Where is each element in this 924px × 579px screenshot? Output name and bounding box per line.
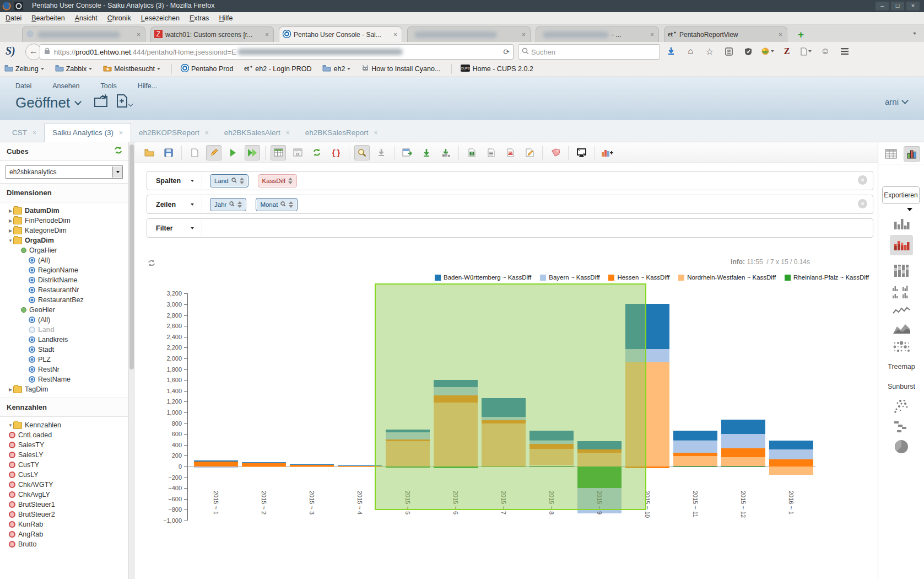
- render-chart-toggle[interactable]: [904, 146, 920, 162]
- chip-kassdiff[interactable]: KassDiff: [258, 174, 298, 187]
- chart-type-cluster-icon[interactable]: [890, 397, 913, 417]
- tab-close-icon[interactable]: ×: [392, 31, 398, 39]
- hamburger-menu-icon[interactable]: [837, 44, 852, 58]
- browser-tab-blurred-0[interactable]: ×: [22, 26, 145, 42]
- pentaho-menu-ansehen[interactable]: Ansehen: [52, 82, 79, 90]
- expander-down-icon[interactable]: ▼: [8, 423, 13, 428]
- minimize-button[interactable]: –: [876, 2, 889, 10]
- browser-menu-bearbeiten[interactable]: Bearbeiten: [31, 14, 64, 22]
- refresh-cube-button[interactable]: [309, 145, 325, 160]
- shield-addon-icon[interactable]: [741, 44, 755, 58]
- pentaho-tab-close-icon[interactable]: ×: [205, 129, 209, 137]
- tree-item-regionname[interactable]: RegionName: [0, 265, 128, 275]
- measure-chkavgty[interactable]: ChkAVGTY: [0, 480, 128, 490]
- tab-overflow-icon[interactable]: [913, 33, 916, 35]
- expander-down-icon[interactable]: ▼: [8, 238, 13, 243]
- chart-type-area-icon[interactable]: [889, 320, 914, 338]
- bookmark-meistbesucht[interactable]: ★Meistbesucht: [103, 65, 160, 73]
- browser-tab-watch01-custom-scree[interactable]: Zwatch01: Custom screens [r...×: [150, 26, 274, 42]
- measure-custy[interactable]: CusTY: [0, 460, 128, 470]
- tree-item-geohier[interactable]: GeoHier: [0, 305, 128, 315]
- tree-item-restname[interactable]: RestName: [0, 374, 128, 384]
- browser-menu-hilfe[interactable]: Hilfe: [219, 14, 233, 22]
- chart-selection-brush[interactable]: [375, 283, 646, 510]
- tag-creation-button[interactable]: [548, 145, 563, 160]
- chart-type-dot-icon[interactable]: [889, 339, 914, 357]
- sidebar-scrollbar[interactable]: [128, 142, 135, 579]
- tree-item-kategoriedim[interactable]: ▶KategorieDim: [0, 226, 128, 235]
- tree-item-stadt[interactable]: Stadt: [0, 345, 128, 355]
- browser-menu-datei[interactable]: Datei: [6, 14, 21, 22]
- tree-item-orgahier[interactable]: OrgaHier: [0, 245, 128, 255]
- tree-item-orgadim[interactable]: ▼OrgaDim: [0, 235, 128, 245]
- expander-right-icon[interactable]: ▶: [8, 218, 13, 223]
- session-manager-icon[interactable]: S): [6, 45, 15, 57]
- add-chart-button[interactable]: [599, 145, 615, 160]
- browse-files-icon[interactable]: [94, 94, 110, 112]
- reload-icon[interactable]: ⟳: [503, 47, 510, 56]
- render-table-toggle[interactable]: [883, 146, 899, 162]
- pentaho-menu-tools[interactable]: Tools: [101, 82, 117, 90]
- browser-tab--[interactable]: - ...×: [536, 26, 659, 42]
- export-xls-button[interactable]: X: [464, 145, 479, 160]
- browser-menu-chronik[interactable]: Chronik: [107, 14, 131, 22]
- chip-sort-icon[interactable]: [288, 178, 293, 184]
- chip-search-icon[interactable]: [231, 178, 237, 184]
- columns-axis-label[interactable]: Spalten: [147, 171, 202, 190]
- chip-jahr[interactable]: Jahr: [210, 198, 246, 211]
- tree-item-restaurantnr[interactable]: RestaurantNr: [0, 285, 128, 295]
- measure-cusly[interactable]: CusLY: [0, 470, 128, 480]
- tree-item-landkreis[interactable]: Landkreis: [0, 335, 128, 345]
- chart-type-sphere-icon[interactable]: [890, 437, 912, 458]
- clear-columns-icon[interactable]: ×: [858, 175, 867, 185]
- new-tab-button[interactable]: +: [798, 29, 804, 41]
- cube-selector-arrow-icon[interactable]: [112, 167, 122, 178]
- chart-type-bar-icon[interactable]: [890, 214, 913, 234]
- new-query-button[interactable]: [187, 145, 202, 160]
- tab-close-icon[interactable]: ×: [649, 31, 655, 39]
- tab-close-icon[interactable]: ×: [777, 31, 783, 39]
- automatic-execution-button[interactable]: [245, 145, 260, 160]
- chart-type-multiple-bar-icon[interactable]: [889, 282, 914, 303]
- measure-cntloaded[interactable]: CntLoaded: [0, 430, 128, 440]
- pentaho-menu-datei[interactable]: Datei: [15, 82, 31, 90]
- run-query-button[interactable]: [225, 145, 241, 160]
- cube-selector[interactable]: eh2sbkanalytics: [6, 165, 123, 179]
- export-button[interactable]: Exportieren: [882, 186, 920, 204]
- bookmark-zabbix[interactable]: Zabbix: [55, 65, 93, 73]
- downloads-icon[interactable]: [664, 44, 678, 58]
- bookmark-home-cups-2-0-2[interactable]: CUPSHome - CUPS 2.0.2: [461, 65, 533, 73]
- export-caret-icon[interactable]: [907, 205, 912, 213]
- chart-refresh-icon[interactable]: [147, 259, 156, 269]
- bookmark-pentaho-prod[interactable]: Pentaho Prod: [181, 64, 233, 74]
- expander-right-icon[interactable]: ▶: [8, 387, 13, 392]
- chip-sort-icon[interactable]: [289, 201, 293, 208]
- drill-through-button[interactable]: [419, 145, 434, 160]
- edit-query-button[interactable]: [206, 145, 221, 160]
- measure-salesty[interactable]: SalesTY: [0, 440, 128, 450]
- mdx-editor-button[interactable]: {}: [328, 145, 344, 160]
- chart-type-stacked-bar-100-icon[interactable]: [890, 261, 913, 282]
- pentaho-tab-eh2bkopsreport[interactable]: eh2BKOPSReport×: [131, 124, 217, 142]
- close-button[interactable]: ×: [906, 2, 920, 10]
- tree-item-restnr[interactable]: RestNr: [0, 364, 128, 374]
- reader-list-icon[interactable]: [722, 44, 736, 58]
- chip-monat[interactable]: Monat: [256, 198, 298, 211]
- drill-down-button[interactable]: [374, 145, 389, 160]
- chip-search-icon[interactable]: [280, 201, 286, 208]
- tree-item-finperiodedim[interactable]: ▶FinPeriodeDim: [0, 216, 128, 226]
- home-icon[interactable]: ⌂: [683, 44, 698, 58]
- zoom-into-chart-button[interactable]: [354, 145, 370, 160]
- export-drillthrough-button[interactable]: [438, 145, 453, 160]
- pentaho-tab-close-icon[interactable]: ×: [33, 129, 36, 137]
- bookmark-eh2-login-prod[interactable]: eteh2 - Login PROD: [244, 65, 311, 73]
- browser-menu-extras[interactable]: Extras: [190, 14, 209, 22]
- measure-kunrab[interactable]: KunRab: [0, 519, 128, 529]
- tree-item-kennzahlen[interactable]: ▼Kennzahlen: [0, 420, 128, 430]
- tree-item-plz[interactable]: PLZ: [0, 355, 128, 364]
- chart-type-stacked-bar-icon[interactable]: [890, 235, 913, 255]
- browser-menu-ansicht[interactable]: Ansicht: [75, 14, 98, 22]
- page-action-icon[interactable]: [799, 44, 813, 58]
- user-menu[interactable]: arni: [885, 97, 907, 106]
- clear-rows-icon[interactable]: ×: [858, 199, 867, 208]
